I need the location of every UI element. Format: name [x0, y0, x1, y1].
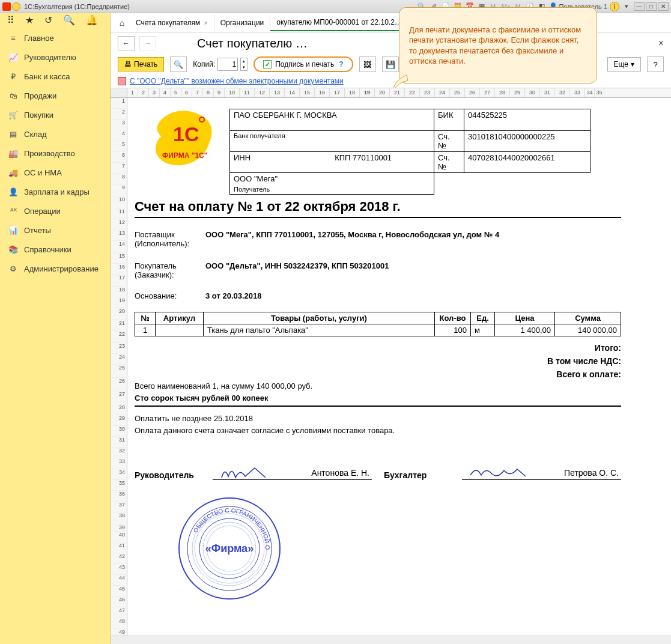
save-button[interactable]: 💾: [382, 56, 399, 72]
nav-item-10[interactable]: 📊Отчеты: [0, 220, 110, 240]
row-header[interactable]: 29: [111, 415, 127, 426]
col-header[interactable]: 7: [192, 88, 203, 97]
nav-item-5[interactable]: ▤Склад: [0, 124, 110, 144]
dropdown-icon[interactable]: ▾: [622, 2, 631, 11]
row-header[interactable]: 31: [111, 437, 127, 448]
col-header[interactable]: 28: [495, 88, 510, 97]
row-header[interactable]: 40: [111, 532, 127, 542]
info-icon[interactable]: i: [610, 2, 619, 11]
tab-0[interactable]: Счета покупателям×: [130, 14, 214, 31]
col-header[interactable]: 31: [540, 88, 555, 97]
col-header[interactable]: 22: [405, 88, 420, 97]
nav-item-2[interactable]: ₽Банк и касса: [0, 67, 110, 86]
more-button[interactable]: Еще ▾: [607, 57, 641, 71]
row-header[interactable]: 39: [111, 524, 127, 532]
col-header[interactable]: 35: [595, 88, 604, 97]
tab-2[interactable]: окупателю МП00-000001 от 22.10.2…×: [270, 14, 416, 31]
col-header[interactable]: 30: [525, 88, 540, 97]
search-icon[interactable]: 🔍: [63, 14, 75, 26]
row-header[interactable]: 28: [111, 404, 127, 415]
row-header[interactable]: 38: [111, 512, 127, 524]
row-header[interactable]: 30: [111, 426, 127, 437]
row-header[interactable]: 5: [111, 141, 127, 152]
row-header[interactable]: 41: [111, 542, 127, 553]
row-header[interactable]: 44: [111, 575, 127, 586]
col-header[interactable]: 26: [465, 88, 480, 97]
col-header[interactable]: 10: [225, 88, 240, 97]
row-header[interactable]: 21: [111, 320, 127, 331]
row-header[interactable]: 17: [111, 275, 127, 287]
col-header[interactable]: 3: [149, 88, 160, 97]
col-header[interactable]: 21: [390, 88, 405, 97]
col-header[interactable]: 20: [375, 88, 390, 97]
row-header[interactable]: 19: [111, 297, 127, 308]
sign-stamp-toggle[interactable]: ✓ Подпись и печать ?: [254, 56, 353, 72]
col-header[interactable]: 19: [360, 88, 375, 97]
row-header[interactable]: 16: [111, 264, 127, 275]
maximize-button[interactable]: □: [646, 2, 657, 11]
tab-1[interactable]: Организации: [214, 14, 271, 31]
col-header[interactable]: 32: [555, 88, 570, 97]
nav-item-3[interactable]: 🛍Продажи: [0, 86, 110, 105]
nav-item-4[interactable]: 🛒Покупки: [0, 105, 110, 124]
help-button[interactable]: ?: [647, 56, 664, 72]
row-header[interactable]: 7: [111, 163, 127, 174]
bell-icon[interactable]: 🔔: [86, 14, 98, 26]
nav-back-button[interactable]: ←: [118, 36, 135, 50]
nav-item-8[interactable]: 👤Зарплата и кадры: [0, 182, 110, 201]
apps-icon[interactable]: ⠿: [7, 14, 14, 26]
row-header[interactable]: 37: [111, 502, 127, 512]
row-header[interactable]: 1: [111, 98, 127, 109]
col-header[interactable]: 24: [435, 88, 450, 97]
row-header[interactable]: 27: [111, 391, 127, 404]
row-header[interactable]: 34: [111, 469, 127, 480]
col-header[interactable]: 17: [330, 88, 345, 97]
nav-item-0[interactable]: ≡Главное: [0, 28, 110, 47]
row-header[interactable]: 8: [111, 174, 127, 184]
row-header[interactable]: 45: [111, 586, 127, 597]
row-header[interactable]: 3: [111, 120, 127, 130]
row-header[interactable]: 20: [111, 308, 127, 320]
close-button[interactable]: ✕: [658, 2, 669, 11]
row-header[interactable]: 47: [111, 607, 127, 618]
nav-item-1[interactable]: 📈Руководителю: [0, 47, 110, 67]
row-header[interactable]: 18: [111, 287, 127, 297]
doc-close-button[interactable]: ×: [658, 38, 664, 49]
col-header[interactable]: 34: [585, 88, 595, 97]
spreadsheet[interactable]: 1234567891011121314151617181920212223242…: [111, 88, 671, 636]
col-header[interactable]: 13: [270, 88, 285, 97]
preview-button[interactable]: 🔍: [170, 56, 187, 72]
scrollbar-horizontal[interactable]: [111, 636, 671, 644]
row-header[interactable]: 2: [111, 109, 127, 120]
row-header[interactable]: 4: [111, 130, 127, 141]
col-header[interactable]: 12: [255, 88, 270, 97]
col-header[interactable]: 2: [138, 88, 149, 97]
col-header[interactable]: 27: [480, 88, 495, 97]
row-header[interactable]: 25: [111, 365, 127, 378]
col-header[interactable]: 4: [160, 88, 171, 97]
row-header[interactable]: 24: [111, 354, 127, 365]
tab-close-icon[interactable]: ×: [204, 19, 207, 26]
print-button[interactable]: 🖶 Печать: [118, 57, 164, 71]
minimize-button[interactable]: —: [634, 2, 645, 11]
copies-stepper[interactable]: ▴▾: [240, 58, 247, 71]
nav-item-9[interactable]: ᴬᴷОперации: [0, 201, 110, 220]
row-header[interactable]: 49: [111, 629, 127, 636]
nav-item-7[interactable]: 🚚ОС и НМА: [0, 163, 110, 182]
help-icon[interactable]: ?: [339, 60, 343, 68]
row-header[interactable]: 10: [111, 196, 127, 208]
nav-item-11[interactable]: 📚Справочники: [0, 240, 110, 259]
row-header[interactable]: 13: [111, 230, 127, 241]
row-header[interactable]: 11: [111, 208, 127, 219]
col-header[interactable]: 5: [171, 88, 181, 97]
row-header[interactable]: 42: [111, 553, 127, 564]
row-header[interactable]: 36: [111, 491, 127, 502]
col-header[interactable]: 16: [315, 88, 330, 97]
row-header[interactable]: 48: [111, 618, 127, 629]
row-header[interactable]: 32: [111, 448, 127, 458]
nav-fwd-button[interactable]: →: [139, 36, 156, 50]
row-header[interactable]: 15: [111, 253, 127, 264]
col-header[interactable]: 14: [285, 88, 300, 97]
stamp-button[interactable]: 🖼: [359, 56, 376, 72]
row-header[interactable]: 26: [111, 378, 127, 391]
